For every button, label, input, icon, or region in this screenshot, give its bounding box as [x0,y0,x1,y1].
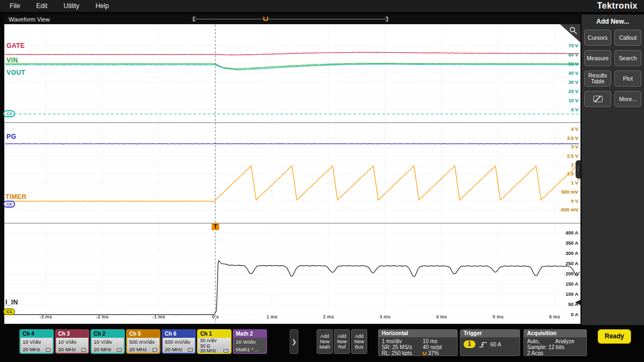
channel-badge-ch-5[interactable]: Ch 5500 mV/div20 MHz [126,329,160,354]
menu-item-edit[interactable]: Edit [36,2,47,10]
axis-label: 400 A [565,230,578,236]
channel-setting: 20 MHz [199,349,229,354]
waveform-traces: 70 V60 V50 V40 V30 V20 V10 V0 V4 V3.5 V3… [4,24,580,324]
acquisition-panel[interactable]: Acquisition Auto, Analyze Sample: 12 bit… [523,329,587,356]
trigger-indicator[interactable]: T [212,223,219,230]
channel-badge-ch-3[interactable]: Ch 310 V/div20 MHz [55,329,89,354]
sidebar-button-plot[interactable]: Plot [614,70,641,87]
time-axis-label: 1 ms [267,314,278,320]
channel-setting: 20 MHz [164,346,194,353]
axis-label: 4 V [571,126,578,132]
expansion-point-icon[interactable] [263,17,268,21]
settings-bar: Ch 410 V/div20 MHzCh 310 V/div20 MHzCh 2… [0,326,644,362]
horizontal-title: Horizontal [379,330,457,337]
record-view-left-bracket [193,17,195,22]
sidebar-button-tool[interactable] [584,91,611,107]
ready-button[interactable]: Ready [598,329,631,344]
channel-badges: Ch 410 V/div20 MHzCh 310 V/div20 MHzCh 2… [19,329,268,354]
sidebar-button-more[interactable]: More... [614,91,641,107]
trace-iin [5,261,579,315]
acquisition-sample: Sample: 12 bits [527,344,583,350]
channel-setting: 20 MHz [128,346,158,353]
waveform-view-title: Waveform View [9,16,50,23]
channel-setting: 500 mV/div [128,338,158,346]
bandwidth-icon [117,348,122,352]
axis-label: 60 V [568,52,578,58]
horizontal-panel[interactable]: Horizontal 1 ms/div 10 ms SR: 25 MS/s 40… [378,329,458,356]
axis-label: 40 V [568,70,578,76]
channel-marker-c2[interactable]: C2 [3,110,15,117]
menu-item-file[interactable]: File [10,2,20,10]
time-axis-label: -2 ms [96,314,109,320]
trace-vout [5,64,579,70]
add-new-bus-button[interactable]: AddNewBus [351,329,367,354]
record-view-slider[interactable] [193,19,388,19]
add-new-buttons: CursorsCalloutMeasureSearchResults Table… [582,30,644,107]
acquisition-title: Acquisition [524,330,586,337]
mask-tool-icon [593,96,603,102]
acquisition-analyze: Analyze [555,338,575,344]
channel-badge-title: Ch 4 [20,330,53,338]
badge-expander-button[interactable]: ❯ [290,329,298,354]
drawer-handle[interactable]: ⋮ [576,160,580,179]
record-view-right-bracket [386,17,388,22]
axis-label: 20 V [568,89,578,94]
sidebar-button-measure[interactable]: Measure [584,50,611,66]
channel-badge-title: Ch 2 [92,330,124,338]
channel-setting: 500 mV/div [164,338,194,346]
trigger-source-badge: 1 [464,340,475,348]
channel-badge-title: Ch 1 [198,330,230,338]
channel-setting: Math1 * ... [235,346,265,353]
axis-label: -500 mV [559,207,578,212]
time-axis-label: 6 ms [549,314,561,320]
time-axis-label: -3 ms [39,314,52,320]
expansion-point-icon [423,352,426,355]
sidebar-button-results-table[interactable]: Results Table [584,70,611,87]
tektronix-logo: Tektronix [597,1,638,11]
trace-label-vin: VIN [6,56,18,64]
channel-marker-c6[interactable]: C6 [3,201,15,208]
bandwidth-icon [81,348,86,352]
sidebar-button-search[interactable]: Search [614,50,641,66]
axis-label: 300 A [565,251,578,256]
channel-setting: 20 MHz [93,346,123,353]
sidebar-button-cursors[interactable]: Cursors [584,30,611,46]
channel-badge-ch-4[interactable]: Ch 410 V/div20 MHz [19,329,54,354]
horizontal-duration: 10 ms [423,338,437,344]
trigger-level: 60 A [491,342,501,347]
axis-label: 0 V [571,107,578,112]
add-new-group: AddNewMathAddNewRefAddNewBus [317,329,368,354]
bandwidth-icon [223,349,228,353]
channel-badge-math-2[interactable]: Math 220 W/divMath1 * ... [233,329,267,354]
axis-label: 0 V [571,198,578,204]
time-axis-label: 3 ms [380,314,391,320]
axis-label: 500 mV [561,189,578,195]
channel-setting: 10 V/div [93,338,123,346]
time-axis-label: 5 ms [493,314,504,320]
horizontal-scale: 1 ms/div [382,338,423,344]
axis-label: 250 A [565,261,578,266]
channel-badge-title: Ch 6 [163,330,195,338]
trigger-panel[interactable]: Trigger 1 60 A [460,329,520,356]
channel-badge-ch-2[interactable]: Ch 210 V/div20 MHz [90,329,125,354]
trace-pg [5,144,579,144]
sidebar-button-callout[interactable]: Callout [614,30,641,46]
sample-rate: SR: 25 MS/s [382,344,423,350]
channel-badge-ch-1[interactable]: Ch 150 A/div50 Ω20 MHz [197,329,232,354]
trace-label-gate: GATE [6,42,25,49]
acquisition-mode: Auto, [527,338,555,344]
channel-marker-c1[interactable]: C1 [3,308,15,315]
channel-setting: 10 V/div [22,338,52,346]
axis-label: 70 V [568,43,578,48]
channel-badge-ch-6[interactable]: Ch 6500 mV/div20 MHz [162,329,196,354]
axis-label: 10 V [568,98,578,103]
menu-item-utility[interactable]: Utility [64,2,79,10]
channel-badge-title: Ch 3 [56,330,88,338]
add-new-ref-button[interactable]: AddNewRef [334,329,350,354]
magnifier-icon [569,26,578,35]
axis-label: 30 V [568,80,578,85]
menu-item-help[interactable]: Help [95,2,109,10]
add-new-math-button[interactable]: AddNewMath [317,329,333,354]
menu-bar: FileEditUtilityHelp [0,0,644,12]
time-axis-label: 4 ms [436,314,447,320]
